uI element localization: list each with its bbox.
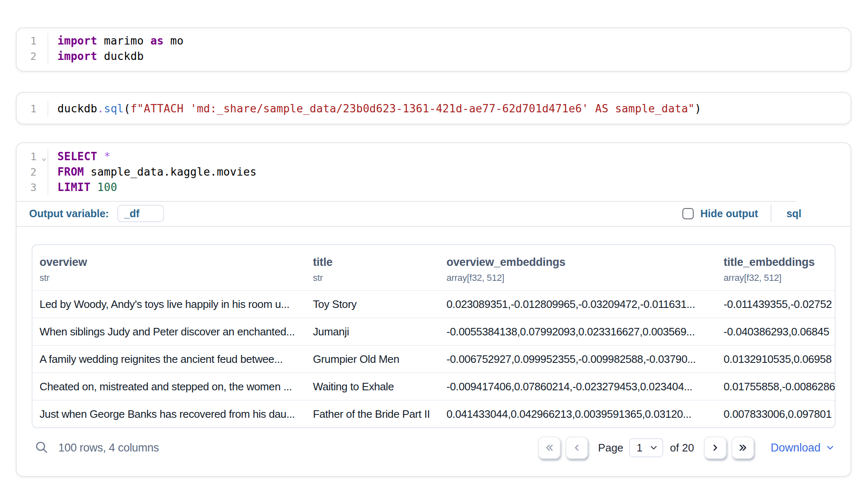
line-number: 1	[30, 35, 37, 47]
table-cell: -0.011439355,-0.02752	[717, 298, 835, 311]
table-cell: 0.023089351,-0.012809965,-0.03209472,-0.…	[439, 298, 717, 311]
chevron-down-icon	[649, 443, 658, 452]
code-area[interactable]: duckdb.sql(f"ATTACH 'md:_share/sample_da…	[48, 101, 851, 117]
language-toggle-button[interactable]: sql	[786, 208, 801, 220]
chevron-down-icon[interactable]: ⌄	[41, 150, 47, 165]
code-line: LIMIT 100	[57, 180, 851, 195]
table-row: When siblings Judy and Peter discover an…	[32, 317, 835, 345]
table-row: Just when George Banks has recovered fro…	[32, 400, 835, 427]
column-name: title	[313, 256, 439, 269]
page-label: Page	[598, 441, 623, 454]
line-number: 1	[30, 151, 37, 163]
hide-output-checkbox[interactable]	[682, 208, 694, 219]
line-number: 2	[30, 50, 37, 62]
table-cell: 0.01755858,-0.0086286	[717, 380, 835, 393]
table-body: Led by Woody, Andy's toys live happily i…	[32, 290, 835, 427]
code-cell-attach: 1 duckdb.sql(f"ATTACH 'md:_share/sample_…	[16, 92, 851, 124]
chevron-right-icon	[709, 442, 721, 454]
double-chevron-right-icon	[737, 442, 749, 454]
table-cell: Led by Woody, Andy's toys live happily i…	[32, 298, 306, 311]
table-cell: -0.040386293,0.06845	[717, 325, 835, 338]
column-name: overview	[40, 256, 306, 269]
code-editor[interactable]: 1 duckdb.sql(f"ATTACH 'md:_share/sample_…	[17, 93, 851, 117]
first-page-button[interactable]	[538, 436, 560, 459]
column-type: str	[40, 273, 306, 283]
table-footer: 100 rows, 4 columns Page 1 of 20	[17, 428, 851, 459]
column-type: str	[313, 273, 439, 283]
table-row: Led by Woody, Andy's toys live happily i…	[32, 290, 835, 317]
table-cell: Grumpier Old Men	[306, 353, 439, 366]
column-type: array[f32, 512]	[724, 273, 835, 283]
table-cell: 0.007833006,0.097801	[717, 408, 835, 421]
column-header[interactable]: overviewstr	[32, 256, 306, 290]
table-cell: A family wedding reignites the ancient f…	[32, 353, 306, 366]
page-select[interactable]: 1	[629, 438, 663, 457]
table-cell: 0.0132910535,0.06958	[717, 353, 835, 366]
page-select-value: 1	[637, 442, 642, 454]
code-line: duckdb.sql(f"ATTACH 'md:_share/sample_da…	[57, 101, 851, 117]
column-type: array[f32, 512]	[446, 273, 717, 283]
table-cell: -0.009417406,0.07860214,-0.023279453,0.0…	[439, 380, 717, 393]
table-cell: 0.041433044,0.042966213,0.0039591365,0.0…	[439, 408, 717, 421]
table-cell: Jumanji	[306, 325, 439, 338]
code-line: import marimo as mo	[57, 33, 851, 49]
output-variable-input[interactable]	[117, 205, 164, 222]
column-name: overview_embeddings	[446, 256, 717, 269]
table-cell: -0.006752927,0.099952355,-0.009982588,-0…	[439, 353, 717, 366]
code-cell-imports: 12 import marimo as moimport duckdb	[16, 27, 851, 72]
sql-cell-toolbar: Output variable: Hide output sql	[17, 201, 851, 227]
pagination: Page 1 of 20 Download	[538, 436, 835, 459]
table-cell: Father of the Bride Part II	[306, 408, 439, 421]
double-chevron-left-icon	[543, 442, 555, 454]
code-area[interactable]: SELECT *FROM sample_data.kaggle.moviesLI…	[48, 149, 851, 195]
table-header-row: overviewstrtitlestroverview_embeddingsar…	[32, 245, 835, 290]
chevron-left-icon	[571, 442, 583, 454]
line-number: 2	[30, 166, 37, 178]
code-editor[interactable]: 12 import marimo as moimport duckdb	[17, 28, 851, 64]
page-total-label: of 20	[670, 441, 694, 454]
hide-output-label: Hide output	[700, 208, 758, 220]
line-number-gutter: 1⌄23	[17, 149, 48, 195]
code-line: import duckdb	[57, 49, 851, 64]
table-cell: Cheated on, mistreated and stepped on, t…	[32, 380, 306, 393]
table-cell: -0.0055384138,0.07992093,0.023316627,0.0…	[439, 325, 717, 338]
line-number-gutter: 1	[17, 101, 48, 117]
line-number: 1	[30, 103, 37, 115]
table-cell: When siblings Judy and Peter discover an…	[32, 325, 306, 338]
row-count-label: 100 rows, 4 columns	[58, 441, 159, 454]
table-cell: Waiting to Exhale	[306, 380, 439, 393]
line-number-gutter: 12	[17, 33, 48, 64]
table-cell: Toy Story	[306, 298, 439, 311]
sql-code-editor[interactable]: 1⌄23 SELECT *FROM sample_data.kaggle.mov…	[17, 143, 851, 201]
prev-page-button[interactable]	[565, 436, 588, 459]
column-name: title_embeddings	[724, 256, 835, 269]
column-header[interactable]: overview_embeddingsarray[f32, 512]	[439, 256, 717, 290]
download-label: Download	[771, 441, 821, 454]
sql-cell: 1⌄23 SELECT *FROM sample_data.kaggle.mov…	[16, 142, 851, 477]
result-table: overviewstrtitlestroverview_embeddingsar…	[32, 244, 836, 428]
chevron-down-icon	[826, 443, 835, 452]
next-page-button[interactable]	[704, 436, 727, 459]
column-header[interactable]: titlestr	[306, 256, 439, 290]
line-number: 3	[30, 181, 37, 193]
output-variable-label: Output variable:	[29, 208, 109, 220]
column-header[interactable]: title_embeddingsarray[f32, 512]	[717, 256, 835, 290]
toolbar-divider	[771, 204, 771, 223]
table-row: Cheated on, mistreated and stepped on, t…	[32, 372, 835, 400]
download-button[interactable]: Download	[771, 441, 835, 454]
code-line: FROM sample_data.kaggle.movies	[57, 164, 851, 180]
last-page-button[interactable]	[732, 436, 754, 459]
search-icon[interactable]	[33, 439, 50, 456]
table-cell: Just when George Banks has recovered fro…	[32, 408, 306, 421]
table-row: A family wedding reignites the ancient f…	[32, 345, 835, 372]
code-area[interactable]: import marimo as moimport duckdb	[48, 33, 851, 64]
code-line: SELECT *	[57, 149, 851, 164]
